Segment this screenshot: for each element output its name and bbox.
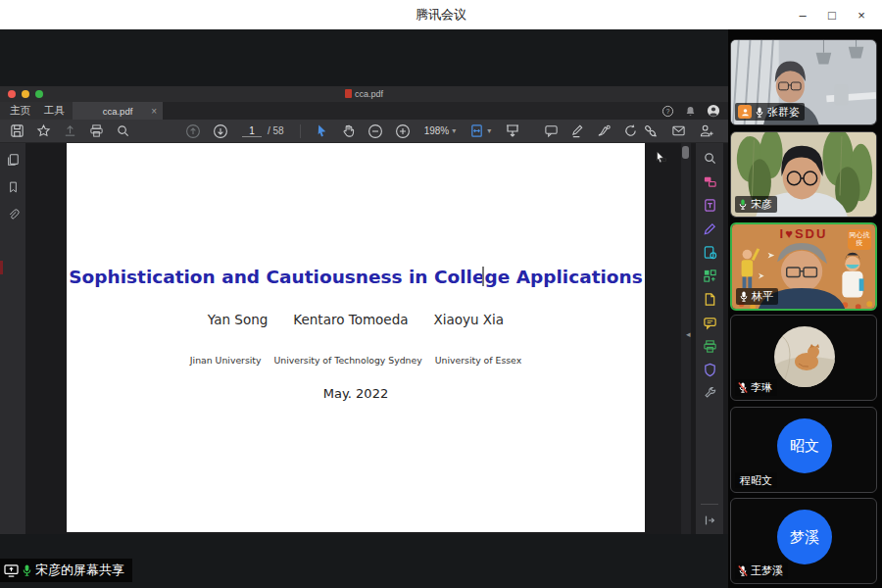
next-page-icon[interactable] [213, 123, 228, 139]
avatar: 梦溪 [777, 510, 832, 564]
host-badge-icon [738, 105, 752, 119]
avatar: 昭文 [777, 418, 832, 473]
account-icon[interactable] [707, 104, 720, 118]
participant-name: 王梦溪 [751, 564, 783, 576]
participant-tile-zhangqunzi[interactable]: 张群姿 [730, 39, 877, 125]
presentation-icon[interactable] [505, 123, 520, 139]
rail-ocr-icon[interactable] [703, 245, 717, 260]
page-thumbnails-icon[interactable] [6, 153, 20, 167]
zoom-level-dropdown[interactable]: 198% ▾ [424, 125, 457, 136]
pdf-window-titlebar: cca.pdf [0, 86, 728, 102]
page-total-label: / 58 [268, 125, 284, 136]
participant-tile-linping[interactable]: I♥SDU 同心抗疫 林平 [730, 222, 877, 311]
slide-affiliations: Jinan University University of Technolog… [67, 355, 645, 366]
rail-combine-icon[interactable] [703, 269, 717, 283]
mic-muted-icon [738, 564, 748, 577]
page-number-input[interactable]: 1 [242, 125, 262, 137]
highlight-pen-icon[interactable] [570, 123, 585, 138]
tabbar-right-icons: ? [662, 102, 720, 120]
minimize-button[interactable]: – [788, 0, 817, 29]
red-edge-artifact [0, 261, 3, 274]
rail-search-icon[interactable] [703, 151, 717, 166]
zoom-in-icon[interactable] [395, 123, 411, 139]
svg-text:?: ? [666, 107, 670, 114]
pdf-right-panel [696, 143, 723, 534]
attachment-icon[interactable] [7, 208, 20, 221]
participant-name: 张群姿 [767, 106, 800, 118]
previous-page-icon[interactable] [185, 123, 201, 139]
bookmark-icon[interactable] [7, 180, 20, 194]
tab-tools[interactable]: 工具 [44, 104, 65, 118]
mic-icon [755, 106, 764, 119]
rail-collapse-icon[interactable] [703, 514, 716, 527]
tab-home[interactable]: 主页 [10, 104, 30, 118]
participant-namebar: 程昭文 [735, 472, 777, 488]
mail-icon[interactable] [671, 123, 686, 138]
comment-icon[interactable] [544, 123, 559, 138]
link-icon[interactable] [643, 123, 658, 138]
author: Kentaro Tomoeda [293, 312, 408, 327]
save-icon[interactable] [10, 123, 24, 138]
rail-create-pdf-icon[interactable] [703, 292, 717, 307]
pdf-tab-bar: 主页 工具 cca.pdf × ? [0, 102, 728, 120]
rail-convert-icon[interactable] [703, 198, 717, 213]
pdf-file-icon [345, 89, 352, 98]
share-banner-text: 宋彦的屏幕共享 [35, 562, 124, 579]
tab-close-icon[interactable]: × [151, 106, 157, 117]
affiliation: University of Technology Sydney [274, 355, 422, 366]
chevron-down-icon: ▾ [487, 126, 491, 135]
tab-document[interactable]: cca.pdf × [73, 102, 163, 120]
print-icon[interactable] [89, 123, 104, 138]
participant-tile-wangmengxi[interactable]: 梦溪 王梦溪 [730, 498, 877, 584]
rail-edit-icon[interactable] [703, 221, 717, 236]
participant-name: 程昭文 [740, 474, 772, 486]
help-icon[interactable]: ? [662, 105, 674, 118]
rail-print-icon[interactable] [703, 339, 717, 354]
rail-comment-icon[interactable] [703, 316, 717, 330]
mouse-cursor-icon [655, 151, 668, 165]
window-titlebar: 腾讯会议 – □ × [0, 0, 882, 30]
text-cursor [482, 267, 484, 286]
share-upload-icon[interactable] [63, 123, 77, 138]
rail-protect-icon[interactable] [703, 363, 717, 377]
close-button[interactable]: × [847, 0, 876, 29]
maximize-button[interactable]: □ [817, 0, 847, 29]
scrollbar-thumb[interactable] [682, 146, 689, 159]
participant-name: 宋彦 [751, 198, 772, 210]
panel-collapse-icon[interactable]: ◂ [686, 329, 691, 339]
mic-icon [22, 564, 32, 577]
pdf-toolbar: 1 / 58 198% ▾ ▾ [0, 120, 728, 143]
fit-page-icon [469, 123, 484, 138]
avatar [774, 326, 835, 387]
hand-tool-icon[interactable] [341, 123, 356, 138]
search-icon[interactable] [116, 123, 130, 138]
zoom-out-icon[interactable] [368, 123, 383, 139]
virtual-bg-sticker: 同心抗疫 [848, 229, 871, 250]
favorite-star-icon[interactable] [36, 123, 51, 138]
add-user-icon[interactable] [700, 123, 714, 138]
menu-tabs: 主页 工具 [0, 102, 73, 120]
fit-page-dropdown[interactable]: ▾ [469, 123, 491, 138]
select-tool-icon[interactable] [315, 123, 329, 138]
mic-muted-icon [738, 381, 748, 394]
participant-tile-lilin[interactable]: 李琳 [730, 315, 877, 401]
slide-date: May. 2022 [67, 386, 645, 401]
notification-bell-icon[interactable] [684, 105, 697, 118]
author: Xiaoyu Xia [434, 312, 505, 327]
shared-screen: cca.pdf 主页 工具 cca.pdf × ? [0, 29, 728, 588]
participant-tile-chengzhaowen[interactable]: 昭文 程昭文 [730, 407, 877, 493]
rail-organize-pages-icon[interactable] [703, 174, 717, 189]
mic-active-icon [738, 198, 748, 211]
mic-icon [739, 290, 749, 303]
signature-icon[interactable] [597, 123, 612, 138]
rotate-pages-icon[interactable] [623, 123, 638, 138]
rail-settings-icon[interactable] [703, 386, 717, 401]
participant-namebar: 王梦溪 [735, 563, 788, 579]
participant-namebar: 张群姿 [735, 103, 805, 121]
window-title: 腾讯会议 [416, 6, 466, 24]
slide-authors: Yan Song Kentaro Tomoeda Xiaoyu Xia [67, 312, 645, 327]
chevron-down-icon: ▾ [452, 126, 456, 135]
pdf-window-title: cca.pdf [0, 89, 728, 99]
participant-tile-songyan[interactable]: 宋彦 [730, 131, 877, 218]
author: Yan Song [208, 312, 268, 327]
